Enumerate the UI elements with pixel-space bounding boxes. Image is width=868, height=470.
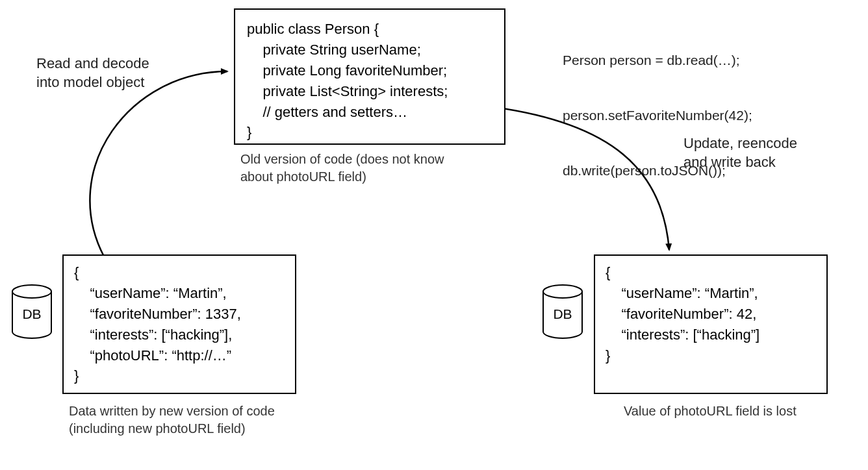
json-line: “favoriteNumber”: 1337, (74, 304, 285, 325)
json-box-left: { “userName”: “Martin”, “favoriteNumber”… (62, 254, 296, 394)
svg-point-1 (543, 285, 582, 298)
json-line: “interests”: [“hacking”] (606, 325, 816, 345)
code-line: public class Person { (247, 19, 492, 40)
db-label-text: DB (22, 306, 41, 321)
json-line: “photoURL”: “http://…” (74, 345, 285, 366)
code-box: public class Person { private String use… (234, 8, 505, 145)
caption-json-right: Value of photoURL field is lost (624, 402, 797, 420)
code-line: } (247, 122, 492, 143)
snippet-block: Person person = db.read(…); person.setFa… (563, 14, 752, 217)
json-line: “interests”: [“hacking”], (74, 325, 285, 345)
json-line: } (606, 345, 816, 366)
caption-json-left: Data written by new version of code (inc… (69, 402, 275, 438)
json-line: “userName”: “Martin”, (74, 283, 285, 304)
snippet-line: person.setFavoriteNumber(42); (563, 106, 752, 125)
caption-code-box: Old version of code (does not know about… (240, 151, 444, 186)
json-line: { (606, 262, 816, 283)
code-line: // getters and setters… (247, 102, 492, 123)
snippet-line: Person person = db.read(…); (563, 51, 752, 69)
code-line: private String userName; (247, 40, 492, 60)
label-read-decode: Read and decode into model object (36, 55, 149, 92)
label-update-write: Update, reencode and write back (683, 134, 797, 171)
svg-point-0 (12, 285, 51, 298)
json-box-right: { “userName”: “Martin”, “favoriteNumber”… (594, 254, 828, 394)
json-line: { (74, 262, 285, 283)
json-line: “userName”: “Martin”, (606, 283, 816, 304)
code-line: private Long favoriteNumber; (247, 60, 492, 81)
json-line: } (74, 365, 285, 386)
db-icon-left: DB (9, 284, 55, 343)
diagram-stage: Read and decode into model object public… (0, 0, 868, 470)
code-line: private List<String> interests; (247, 81, 492, 102)
db-icon-right: DB (540, 284, 585, 343)
db-label-text: DB (553, 306, 572, 321)
json-line: “favoriteNumber”: 42, (606, 304, 816, 325)
